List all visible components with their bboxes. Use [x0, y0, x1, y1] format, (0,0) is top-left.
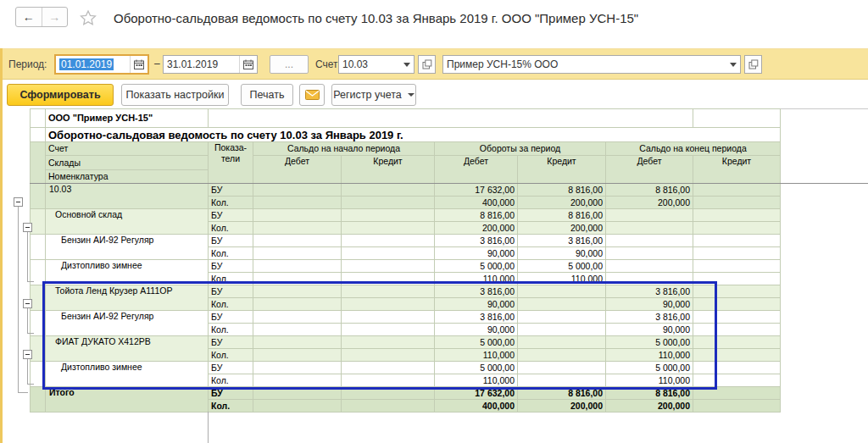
value-cell[interactable]: [693, 197, 781, 209]
value-cell[interactable]: 200,000: [435, 222, 518, 235]
value-cell[interactable]: [342, 197, 435, 209]
email-button[interactable]: [299, 84, 325, 106]
print-button[interactable]: Печать: [241, 84, 293, 106]
value-cell[interactable]: [342, 184, 435, 197]
value-cell[interactable]: [253, 235, 342, 247]
value-cell[interactable]: [693, 247, 781, 260]
value-cell[interactable]: 8 816,00: [518, 209, 606, 222]
value-cell[interactable]: [253, 260, 342, 273]
header-debit: Дебет: [435, 156, 518, 184]
value-cell[interactable]: 5 000,00: [435, 260, 518, 273]
value-cell[interactable]: 90,000: [435, 247, 518, 260]
value-cell[interactable]: [342, 260, 435, 273]
value-cell[interactable]: [693, 235, 781, 247]
tree-line: [27, 281, 34, 282]
calendar-icon[interactable]: [130, 56, 147, 73]
indicator-kol-cell[interactable]: Кол.: [209, 400, 253, 413]
date-from-field[interactable]: 01.01.2019: [54, 54, 149, 75]
chevron-down-icon[interactable]: [726, 56, 740, 73]
account-value[interactable]: 10.03: [339, 58, 400, 70]
row-label-cell[interactable]: 10.03: [46, 184, 209, 209]
value-cell[interactable]: 200,000: [518, 222, 606, 235]
value-cell[interactable]: [606, 235, 693, 247]
date-to-value[interactable]: 31.01.2019: [164, 58, 239, 70]
organization-open-button[interactable]: [744, 55, 762, 74]
date-from-value[interactable]: 01.01.2019: [59, 58, 114, 70]
tree-collapse-button[interactable]: [14, 197, 23, 207]
nav-button-group: ← →: [15, 7, 68, 27]
period-more-button[interactable]: ...: [270, 55, 309, 74]
value-cell[interactable]: 400,000: [435, 197, 518, 209]
indicator-kol-cell[interactable]: Кол.: [209, 222, 253, 235]
chevron-down-icon[interactable]: [400, 56, 414, 73]
show-settings-button[interactable]: Показать настройки: [121, 84, 229, 106]
organization-combobox[interactable]: Пример УСН-15% ООО: [442, 55, 741, 74]
tree-line: [18, 207, 19, 392]
value-cell[interactable]: [693, 400, 781, 413]
value-cell[interactable]: [693, 260, 781, 273]
value-cell[interactable]: [342, 209, 435, 222]
report-title-cell: Оборотно-сальдовая ведомость по счету 10…: [46, 128, 781, 142]
row-label-cell[interactable]: Бензин АИ-92 Регуляр: [46, 235, 209, 260]
value-cell[interactable]: [342, 247, 435, 260]
value-cell[interactable]: [253, 400, 342, 413]
date-to-field[interactable]: 31.01.2019: [163, 55, 258, 74]
value-cell[interactable]: [253, 184, 342, 197]
calendar-icon[interactable]: [239, 56, 257, 73]
value-cell[interactable]: 3 816,00: [518, 235, 606, 247]
value-cell[interactable]: 8 816,00: [518, 184, 606, 197]
indicator-bu-cell[interactable]: БУ: [209, 184, 253, 197]
value-cell[interactable]: [253, 209, 342, 222]
indicator-kol-cell[interactable]: Кол.: [209, 247, 253, 260]
value-cell[interactable]: [342, 222, 435, 235]
value-cell[interactable]: 8 816,00: [435, 209, 518, 222]
value-cell[interactable]: [606, 222, 693, 235]
value-cell[interactable]: 17 632,00: [435, 184, 518, 197]
account-open-button[interactable]: [418, 55, 436, 74]
value-cell[interactable]: 200,000: [606, 197, 693, 209]
value-cell[interactable]: [693, 209, 781, 222]
value-cell[interactable]: 5 000,00: [518, 260, 606, 273]
indicator-bu-cell[interactable]: БУ: [209, 260, 253, 273]
register-button[interactable]: Регистр учета: [331, 84, 416, 106]
favorite-star-icon[interactable]: [79, 8, 97, 27]
row-label-cell[interactable]: Итого: [46, 387, 209, 413]
value-cell[interactable]: [342, 235, 435, 247]
value-cell[interactable]: [253, 222, 342, 235]
value-cell[interactable]: 90,000: [518, 247, 606, 260]
organization-value[interactable]: Пример УСН-15% ООО: [443, 58, 726, 70]
value-cell[interactable]: [606, 247, 693, 260]
tree-collapse-button[interactable]: [23, 223, 32, 232]
tree-collapse-button[interactable]: [23, 299, 32, 308]
value-cell[interactable]: 200,000: [606, 400, 693, 413]
value-cell[interactable]: 3 816,00: [435, 235, 518, 247]
generate-button[interactable]: Сформировать: [7, 84, 114, 106]
indicator-bu-cell[interactable]: БУ: [209, 235, 253, 247]
forward-arrow-icon: →: [48, 10, 60, 24]
group-margin-cell: [31, 235, 46, 260]
row-label-cell[interactable]: Основной склад: [46, 209, 209, 235]
account-combobox[interactable]: 10.03: [338, 55, 415, 74]
value-cell[interactable]: [253, 197, 342, 209]
value-cell[interactable]: [253, 247, 342, 260]
value-cell[interactable]: [342, 400, 435, 413]
value-cell[interactable]: [606, 209, 693, 222]
envelope-icon: [305, 90, 320, 100]
value-cell[interactable]: 400,000: [435, 400, 518, 413]
report-sheet: ООО "Пример УСН-15" Оборотно-сальдовая в…: [0, 108, 868, 443]
header-row-2: Склады Дебет Кредит Дебет Кредит Дебет К…: [31, 156, 781, 170]
value-cell[interactable]: [693, 184, 781, 197]
report-title-row: Оборотно-сальдовая ведомость по счету 10…: [31, 128, 781, 142]
forward-button[interactable]: →: [42, 8, 68, 26]
value-cell[interactable]: [693, 222, 781, 235]
value-cell[interactable]: 200,000: [518, 400, 606, 413]
indicator-kol-cell[interactable]: Кол.: [209, 197, 253, 209]
value-cell[interactable]: [606, 260, 693, 273]
indicator-bu-cell[interactable]: БУ: [209, 209, 253, 222]
value-cell[interactable]: 8 816,00: [606, 184, 693, 197]
value-cell[interactable]: 200,000: [518, 197, 606, 209]
back-button[interactable]: ←: [16, 8, 42, 26]
company-name-cell[interactable]: ООО "Пример УСН-15": [46, 109, 209, 128]
tree-collapse-button[interactable]: [23, 350, 32, 359]
header-warehouses: Склады: [46, 156, 209, 170]
